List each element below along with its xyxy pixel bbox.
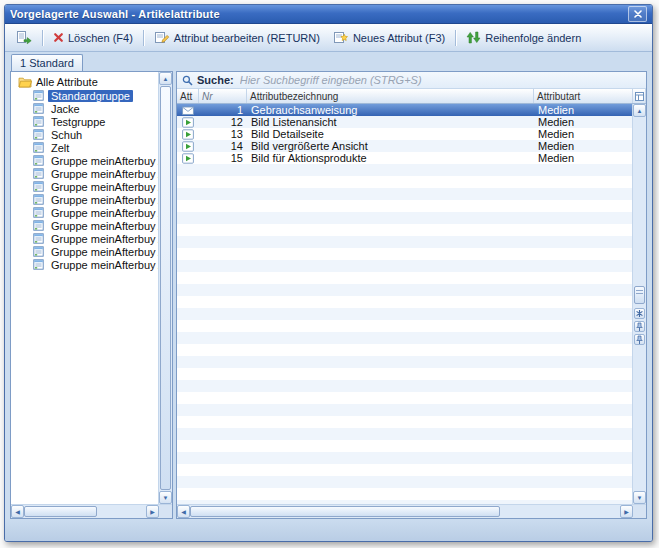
tree-item-label: Gruppe meinAfterbuy ART00080 — [48, 233, 158, 245]
scroll-down-icon[interactable]: ▼ — [633, 491, 646, 504]
table-row[interactable]: 14Bild vergrößerte AnsichtMedien — [177, 140, 632, 152]
scroll-right-icon[interactable]: ▶ — [146, 505, 159, 518]
toolbar-separator — [143, 30, 144, 46]
search-icon — [182, 75, 193, 86]
tab-strip: 1 Standard — [5, 52, 652, 71]
search-input[interactable] — [238, 73, 641, 87]
reorder-button[interactable]: Reihenfolge ändern — [460, 28, 587, 48]
tree-item-gruppe-meinafterbuy-art00082[interactable]: Gruppe meinAfterbuy ART00082 — [33, 258, 158, 271]
scroll-left-icon[interactable]: ◀ — [177, 505, 190, 518]
scroll-down-icon[interactable]: ▼ — [159, 491, 172, 504]
scroll-up-icon[interactable]: ▲ — [633, 104, 646, 117]
cell-attributart: Medien — [534, 140, 632, 152]
grid-hscroll-thumb[interactable] — [190, 506, 500, 517]
tree-item-gruppe-meinafterbuy-art00076[interactable]: Gruppe meinAfterbuy ART00076 — [33, 193, 158, 206]
attribute-group-tree: Alle Attribute StandardgruppeJackeTestgr… — [11, 72, 158, 504]
media-icon — [177, 129, 199, 140]
tree-item-standardgruppe[interactable]: Standardgruppe — [33, 89, 158, 102]
new-button-label: Neues Attribut (F3) — [353, 32, 445, 44]
table-row[interactable]: 12Bild ListenansichtMedien — [177, 116, 632, 128]
tree-horizontal-scrollbar[interactable]: ◀ ▶ — [11, 504, 172, 518]
column-chooser-icon — [635, 92, 644, 101]
attributes-grid-panel: Suche: Att Nr Attributbezeichnung Attrib… — [176, 71, 647, 519]
tree-root-label: Alle Attribute — [36, 76, 98, 88]
scroll-up-icon[interactable]: ▲ — [159, 72, 172, 85]
tree-item-gruppe-meinafterbuy-art00078[interactable]: Gruppe meinAfterbuy ART00078 — [33, 206, 158, 219]
asterisk-button[interactable] — [634, 308, 645, 319]
tree-root-alle-attribute[interactable]: Alle Attribute — [11, 75, 158, 89]
edit-attribute-button[interactable]: Attribut bearbeiten (RETURN) — [148, 28, 326, 48]
search-bar: Suche: — [177, 72, 646, 89]
tree-item-gruppe-meinafterbuy-art00081[interactable]: Gruppe meinAfterbuy ART00081 — [33, 245, 158, 258]
pin-row-button[interactable] — [634, 321, 645, 332]
column-header-att[interactable]: Att — [177, 89, 199, 103]
column-chooser-button[interactable] — [633, 89, 646, 103]
delete-button[interactable]: Löschen (F4) — [47, 28, 139, 48]
tree-item-gruppe-meinafterbuy-art00074[interactable]: Gruppe meinAfterbuy ART00074 — [33, 167, 158, 180]
tree-vertical-scrollbar[interactable]: ▲ ▼ — [158, 72, 172, 504]
tree-item-label: Gruppe meinAfterbuy ART00073 — [48, 155, 158, 167]
dialog-window: Vorgelagerte Auswahl - Artikelattribute — [4, 4, 653, 542]
attribute-groups-panel: Alle Attribute StandardgruppeJackeTestgr… — [10, 71, 173, 519]
pin-row-button[interactable] — [634, 334, 645, 345]
cell-attributbezeichnung: Gebrauchsanweisung — [247, 104, 534, 116]
grid-header: Att Nr Attributbezeichnung Attributart — [177, 89, 646, 104]
delete-button-label: Löschen (F4) — [68, 32, 133, 44]
cell-attributart: Medien — [534, 104, 632, 116]
tree-item-jacke[interactable]: Jacke — [33, 102, 158, 115]
tree-item-gruppe-meinafterbuy-art00073[interactable]: Gruppe meinAfterbuy ART00073 — [33, 154, 158, 167]
grid-vscroll-thumb[interactable] — [634, 286, 645, 304]
asterisk-icon — [635, 309, 644, 318]
attribute-group-icon — [33, 116, 44, 127]
attribute-group-icon — [33, 220, 44, 231]
tree-item-schuh[interactable]: Schuh — [33, 128, 158, 141]
tree-item-label: Gruppe meinAfterbuy ART00075 — [48, 181, 158, 193]
toolbar-separator — [455, 30, 456, 46]
delete-icon — [53, 32, 64, 43]
main-area: Alle Attribute StandardgruppeJackeTestgr… — [5, 71, 652, 519]
pin-icon — [635, 335, 644, 345]
grid-vertical-scrollbar[interactable]: ▲ — [632, 104, 646, 504]
tree-item-zelt[interactable]: Zelt — [33, 141, 158, 154]
column-header-attributbezeichnung[interactable]: Attributbezeichnung — [247, 89, 534, 103]
reorder-button-label: Reihenfolge ändern — [485, 32, 581, 44]
tree-item-gruppe-meinafterbuy-art00075[interactable]: Gruppe meinAfterbuy ART00075 — [33, 180, 158, 193]
apply-attributes-button[interactable] — [10, 28, 38, 48]
tree-item-label: Gruppe meinAfterbuy ART00081 — [48, 246, 158, 258]
table-row[interactable]: 15Bild für AktionsprodukteMedien — [177, 152, 632, 164]
folder-open-icon — [18, 76, 32, 88]
tab-standard[interactable]: 1 Standard — [11, 54, 83, 71]
attribute-group-icon — [33, 259, 44, 270]
tree-item-label: Zelt — [48, 142, 72, 154]
close-icon — [634, 10, 642, 18]
toolbar: Löschen (F4) Attribut bearbeiten (RETURN… — [5, 24, 652, 52]
tree-item-gruppe-meinafterbuy-art00079[interactable]: Gruppe meinAfterbuy ART00079 — [33, 219, 158, 232]
tree-item-label: Gruppe meinAfterbuy ART00082 — [48, 259, 158, 271]
cell-attributbezeichnung: Bild für Aktionsprodukte — [247, 152, 534, 164]
tree-vscroll-thumb[interactable] — [160, 86, 171, 490]
window-bottom-frame — [5, 519, 652, 541]
scroll-left-icon[interactable]: ◀ — [11, 505, 24, 518]
table-row[interactable]: 13Bild DetailseiteMedien — [177, 128, 632, 140]
media-icon — [177, 141, 199, 152]
column-header-nr[interactable]: Nr — [199, 89, 247, 103]
new-attribute-button[interactable]: Neues Attribut (F3) — [327, 28, 451, 48]
close-button[interactable] — [628, 6, 647, 22]
window-title: Vorgelagerte Auswahl - Artikelattribute — [10, 8, 628, 20]
cell-attributbezeichnung: Bild Listenansicht — [247, 116, 534, 128]
edit-icon — [154, 30, 170, 45]
scroll-right-icon[interactable]: ▶ — [620, 505, 633, 518]
attribute-group-icon — [33, 129, 44, 140]
attribute-group-icon — [33, 194, 44, 205]
attribute-group-icon — [33, 155, 44, 166]
title-bar[interactable]: Vorgelagerte Auswahl - Artikelattribute — [5, 5, 652, 24]
grid-horizontal-scrollbar[interactable]: ◀ ▶ — [177, 504, 646, 518]
cell-attributart: Medien — [534, 128, 632, 140]
scrollbar-corner — [159, 505, 172, 518]
tree-item-testgruppe[interactable]: Testgruppe — [33, 115, 158, 128]
column-header-attributart[interactable]: Attributart — [534, 89, 633, 103]
tree-item-gruppe-meinafterbuy-art00080[interactable]: Gruppe meinAfterbuy ART00080 — [33, 232, 158, 245]
table-row[interactable]: 1GebrauchsanweisungMedien — [177, 104, 632, 116]
tab-standard-label: 1 Standard — [20, 57, 74, 69]
tree-hscroll-thumb[interactable] — [24, 506, 97, 517]
